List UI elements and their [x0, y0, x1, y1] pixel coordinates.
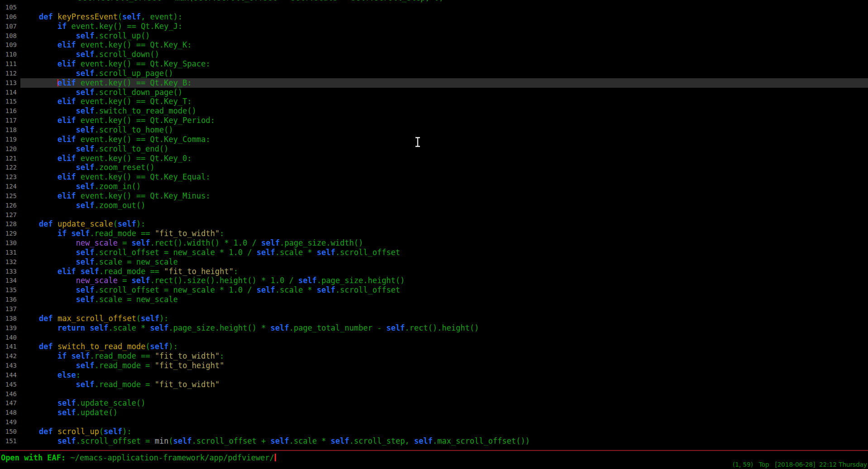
- code-line[interactable]: 141 def switch_to_read_mode(self):: [0, 342, 868, 351]
- code-token: self: [76, 50, 95, 59]
- code-token: (: [136, 314, 141, 323]
- code-token: .scroll_offset = new_scale * 1.0 /: [95, 285, 257, 294]
- code-line[interactable]: 119 elif event.key() == Qt.Key_Comma:: [0, 135, 868, 144]
- code-token: .zoom_reset(): [95, 163, 155, 172]
- code-token: [20, 97, 57, 106]
- code-line[interactable]: 137: [0, 304, 868, 314]
- code-line[interactable]: 125 elif event.key() == Qt.Key_Minus:: [0, 191, 868, 201]
- code-line-current[interactable]: 113 elif event.key() == Qt.Key_B:: [0, 78, 868, 88]
- code-token: self: [76, 248, 95, 257]
- code-line[interactable]: 106 def keyPressEvent(self, event):: [0, 12, 868, 22]
- code-line[interactable]: 127: [0, 210, 868, 220]
- code-token: [53, 427, 57, 436]
- code-line[interactable]: 108 self.scroll_up(): [0, 31, 868, 41]
- code-line[interactable]: 130 new_scale = self.rect().width() * 1.…: [0, 238, 868, 248]
- code-token: [20, 408, 57, 417]
- code-token: return: [57, 323, 85, 332]
- minibuffer-input[interactable]: ~/emacs-application-framework/app/pdfvie…: [71, 453, 274, 462]
- code-line[interactable]: 151 self.scroll_offset = min(self.scroll…: [0, 436, 868, 446]
- code-token: self: [57, 436, 76, 445]
- code-line[interactable]: 135 self.scroll_offset = new_scale * 1.0…: [0, 285, 868, 295]
- code-token: [20, 276, 76, 285]
- code-token: [20, 314, 39, 323]
- code-token: , event):: [141, 12, 182, 21]
- code-line[interactable]: 131 self.scroll_offset = new_scale * 1.0…: [0, 248, 868, 257]
- code-token: .read_mode =: [95, 361, 155, 370]
- code-token: .read_mode ==: [90, 351, 155, 360]
- code-text: [20, 417, 868, 427]
- code-line[interactable]: 149: [0, 417, 868, 427]
- code-token: self: [76, 295, 95, 304]
- code-line[interactable]: 144 else:: [0, 370, 868, 380]
- code-line[interactable]: 115 elif event.key() == Qt.Key_T:: [0, 97, 868, 106]
- code-line[interactable]: 123 elif event.key() == Qt.Key_Equal:: [0, 172, 868, 182]
- code-token: .scroll_down(): [95, 50, 159, 59]
- line-number: 111: [0, 59, 20, 69]
- code-line[interactable]: 114 self.scroll_down_page(): [0, 88, 868, 97]
- clipped-code-text: self.scroll_offset = max(self.scroll_off…: [22, 0, 444, 2]
- code-token: def: [39, 427, 53, 436]
- code-line[interactable]: 148 self.update(): [0, 408, 868, 417]
- code-text: self.scroll_down(): [20, 50, 868, 59]
- code-token: self: [132, 276, 150, 285]
- code-line[interactable]: 134 new_scale = self.rect().size().heigh…: [0, 276, 868, 285]
- code-token: self: [173, 436, 192, 445]
- minibuffer[interactable]: Open with EAF: ~/emacs-application-frame…: [1, 453, 276, 463]
- code-line[interactable]: 124 self.zoom_in(): [0, 182, 868, 191]
- code-text: [20, 304, 868, 314]
- code-line[interactable]: 142 if self.read_mode == "fit_to_width":: [0, 351, 868, 361]
- code-text: self.scroll_offset = min(self.scroll_off…: [20, 436, 868, 446]
- code-text: if self.read_mode == "fit_to_width":: [20, 351, 868, 361]
- code-line[interactable]: 112 self.scroll_up_page(): [0, 69, 868, 78]
- code-token: event.key() == Qt.Key_0:: [76, 154, 192, 163]
- code-line[interactable]: 121 elif event.key() == Qt.Key_0:: [0, 154, 868, 163]
- code-line[interactable]: 140: [0, 333, 868, 342]
- code-line[interactable]: 145 self.read_mode = "fit_to_width": [0, 380, 868, 389]
- code-token: event.key() == Qt.Key_Space:: [76, 59, 210, 68]
- line-number: 132: [0, 257, 20, 267]
- code-token: .zoom_in(): [95, 182, 141, 191]
- code-line[interactable]: 110 self.scroll_down(): [0, 50, 868, 59]
- code-line[interactable]: 105: [0, 3, 868, 12]
- code-line[interactable]: 120 self.scroll_to_end(): [0, 144, 868, 154]
- line-number: 114: [0, 88, 20, 97]
- code-text: self.read_mode = "fit_to_width": [20, 380, 868, 389]
- code-line[interactable]: 138 def max_scroll_offset(self):: [0, 314, 868, 323]
- code-token: self: [76, 285, 95, 294]
- code-line[interactable]: 109 elif event.key() == Qt.Key_K:: [0, 40, 868, 50]
- code-line[interactable]: 122 self.zoom_reset(): [0, 163, 868, 172]
- code-token: .scale *: [289, 436, 331, 445]
- code-line[interactable]: 118 self.scroll_to_home(): [0, 125, 868, 135]
- code-line[interactable]: 132 self.scale = new_scale: [0, 257, 868, 267]
- code-line[interactable]: 107 if event.key() == Qt.Key_J:: [0, 22, 868, 31]
- code-token: .read_mode ==: [90, 229, 155, 238]
- code-line[interactable]: 111 elif event.key() == Qt.Key_Space:: [0, 59, 868, 69]
- code-token: .max_scroll_offset()): [433, 436, 530, 445]
- code-line[interactable]: 147 self.update_scale(): [0, 398, 868, 408]
- code-line[interactable]: 129 if self.read_mode == "fit_to_width":: [0, 229, 868, 238]
- code-line[interactable]: 150 def scroll_up(self):: [0, 427, 868, 436]
- line-number: 149: [0, 417, 20, 427]
- code-token: self: [122, 12, 141, 21]
- code-token: elif: [57, 135, 76, 144]
- code-line[interactable]: 126 self.zoom_out(): [0, 201, 868, 210]
- code-line[interactable]: 146: [0, 389, 868, 399]
- code-token: [20, 229, 57, 238]
- code-token: def: [39, 314, 53, 323]
- code-line[interactable]: 139 return self.scale * self.page_size.h…: [0, 323, 868, 333]
- code-text: if self.read_mode == "fit_to_width":: [20, 229, 868, 238]
- code-token: event.key() == Qt.Key_Period:: [76, 116, 215, 125]
- code-token: elif: [57, 116, 76, 125]
- code-line[interactable]: 133 elif self.read_mode == "fit_to_heigh…: [0, 267, 868, 276]
- code-buffer-lines[interactable]: 105106 def keyPressEvent(self, event):10…: [0, 3, 868, 446]
- code-buffer[interactable]: self.scroll_offset = max(self.scroll_off…: [0, 0, 868, 3]
- line-number: 129: [0, 229, 20, 238]
- code-line[interactable]: 143 self.read_mode = "fit_to_height": [0, 361, 868, 370]
- code-line[interactable]: 128 def update_scale(self):: [0, 219, 868, 229]
- code-token: self: [76, 201, 95, 210]
- code-line[interactable]: 136 self.scale = new_scale: [0, 295, 868, 304]
- code-token: [20, 69, 76, 78]
- code-line[interactable]: 116 self.switch_to_read_mode(): [0, 106, 868, 116]
- code-token: self: [76, 182, 95, 191]
- code-line[interactable]: 117 elif event.key() == Qt.Key_Period:: [0, 116, 868, 125]
